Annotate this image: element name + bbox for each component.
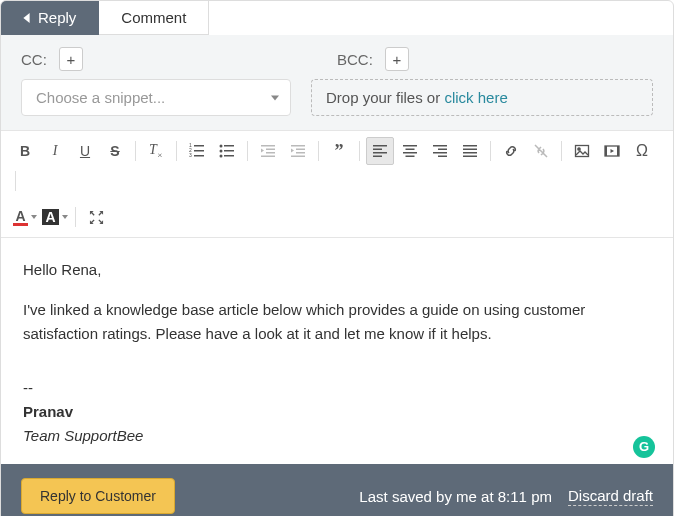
svg-rect-39: [605, 146, 607, 156]
svg-rect-27: [406, 156, 415, 158]
dropzone-link[interactable]: click here: [444, 89, 507, 106]
video-button[interactable]: [598, 137, 626, 165]
message-editor[interactable]: Hello Rena, I've linked a knowledge base…: [1, 238, 673, 464]
separator: [359, 141, 360, 161]
discard-draft-link[interactable]: Discard draft: [568, 487, 653, 506]
align-right-button[interactable]: [426, 137, 454, 165]
separator: [135, 141, 136, 161]
svg-rect-32: [463, 145, 477, 147]
special-char-button[interactable]: Ω: [628, 137, 656, 165]
unlink-button[interactable]: [527, 137, 555, 165]
tab-bar: Reply Comment: [1, 1, 673, 35]
dropzone-text: Drop your files or: [326, 89, 444, 106]
image-button[interactable]: [568, 137, 596, 165]
svg-point-6: [220, 145, 223, 148]
svg-point-8: [220, 155, 223, 158]
svg-rect-12: [261, 145, 275, 147]
tab-comment-label: Comment: [121, 9, 186, 26]
outdent-button[interactable]: [254, 137, 282, 165]
cc-group: CC: +: [21, 47, 337, 71]
editor-toolbar: B I U S T× 123 ” Ω A A: [1, 131, 673, 238]
snippet-dropdown[interactable]: Choose a snippet...: [21, 79, 291, 116]
align-justify-button[interactable]: [456, 137, 484, 165]
svg-rect-34: [463, 152, 477, 154]
svg-rect-26: [403, 152, 417, 154]
bcc-label: BCC:: [337, 51, 373, 68]
footer-bar: Reply to Customer Last saved by me at 8:…: [1, 464, 673, 516]
clear-format-button[interactable]: T×: [142, 137, 170, 165]
svg-rect-22: [373, 152, 387, 154]
separator: [247, 141, 248, 161]
svg-rect-1: [194, 150, 204, 152]
svg-rect-0: [194, 145, 204, 147]
greeting-text: Hello Rena,: [23, 258, 651, 282]
underline-button[interactable]: U: [71, 137, 99, 165]
grammarly-icon[interactable]: G: [633, 436, 655, 458]
svg-rect-29: [438, 149, 447, 151]
snippet-row: Choose a snippet... Drop your files or c…: [1, 79, 673, 131]
chevron-down-icon: [31, 215, 37, 219]
add-cc-button[interactable]: +: [59, 47, 83, 71]
chevron-down-icon: [62, 215, 68, 219]
svg-rect-31: [438, 156, 447, 158]
svg-rect-11: [224, 155, 234, 157]
signature-team: Team SupportBee: [23, 424, 651, 448]
last-saved-text: Last saved by me at 8:11 pm: [359, 488, 552, 505]
snippet-placeholder: Choose a snippet...: [21, 79, 291, 116]
svg-rect-30: [433, 152, 447, 154]
link-button[interactable]: [497, 137, 525, 165]
separator: [176, 141, 177, 161]
add-bcc-button[interactable]: +: [385, 47, 409, 71]
tab-comment[interactable]: Comment: [99, 1, 209, 35]
svg-rect-19: [291, 156, 305, 158]
svg-rect-15: [261, 156, 275, 158]
svg-rect-9: [224, 145, 234, 147]
bold-button[interactable]: B: [11, 137, 39, 165]
blockquote-button[interactable]: ”: [325, 137, 353, 165]
reply-panel: Reply Comment CC: + BCC: + Choose a snip…: [0, 0, 674, 516]
reply-to-customer-button[interactable]: Reply to Customer: [21, 478, 175, 514]
svg-rect-40: [617, 146, 619, 156]
svg-rect-17: [296, 149, 305, 151]
svg-rect-2: [194, 155, 204, 157]
text-color-button[interactable]: A: [11, 203, 39, 231]
recipients-row: CC: + BCC: +: [1, 35, 673, 79]
svg-rect-21: [373, 149, 382, 151]
align-left-button[interactable]: [366, 137, 394, 165]
signature-separator: --: [23, 376, 651, 400]
tab-reply-label: Reply: [38, 9, 76, 26]
body-text: I've linked a knowledge base article bel…: [23, 298, 651, 346]
ordered-list-button[interactable]: 123: [183, 137, 211, 165]
svg-rect-18: [296, 152, 305, 154]
svg-rect-25: [406, 149, 415, 151]
signature-name: Pranav: [23, 400, 651, 424]
unordered-list-button[interactable]: [213, 137, 241, 165]
file-dropzone[interactable]: Drop your files or click here: [311, 79, 653, 116]
align-center-button[interactable]: [396, 137, 424, 165]
svg-rect-10: [224, 150, 234, 152]
svg-rect-24: [403, 145, 417, 147]
chevron-down-icon: [271, 95, 279, 100]
svg-point-7: [220, 150, 223, 153]
separator: [75, 207, 76, 227]
tab-reply[interactable]: Reply: [1, 1, 99, 35]
svg-rect-14: [266, 152, 275, 154]
separator: [15, 171, 16, 191]
cc-label: CC:: [21, 51, 47, 68]
indent-button[interactable]: [284, 137, 312, 165]
svg-rect-23: [373, 156, 382, 158]
separator: [490, 141, 491, 161]
strikethrough-button[interactable]: S: [101, 137, 129, 165]
fullscreen-button[interactable]: [82, 203, 110, 231]
separator: [318, 141, 319, 161]
svg-text:3: 3: [189, 152, 192, 158]
separator: [561, 141, 562, 161]
reply-arrow-icon: [23, 13, 29, 23]
bg-color-button[interactable]: A: [41, 203, 69, 231]
svg-rect-20: [373, 145, 387, 147]
svg-rect-28: [433, 145, 447, 147]
svg-point-37: [578, 148, 580, 150]
italic-button[interactable]: I: [41, 137, 69, 165]
svg-rect-33: [463, 149, 477, 151]
svg-rect-16: [291, 145, 305, 147]
